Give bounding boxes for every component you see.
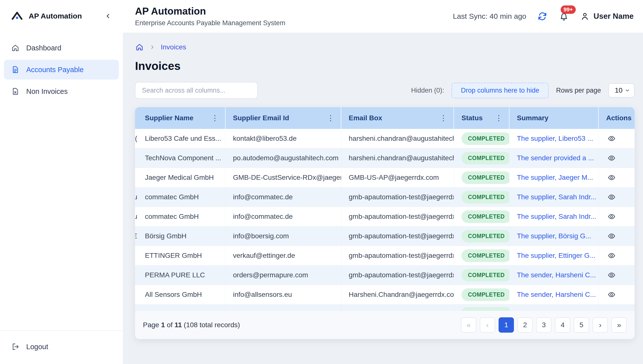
last-page-button[interactable]: » <box>611 317 627 333</box>
view-invoice-eye-icon[interactable] <box>606 154 617 162</box>
view-invoice-eye-icon[interactable] <box>606 193 617 201</box>
view-invoice-eye-icon[interactable] <box>606 232 617 240</box>
cell-actions <box>599 285 634 304</box>
cell-status: COMPLETED <box>454 207 509 226</box>
notifications-bell-icon[interactable]: 99+ <box>558 11 569 22</box>
table-body: (Libero53 Cafe und Ess...kontakt@libero5… <box>135 129 634 311</box>
hidden-columns-label: Hidden (0): <box>411 87 444 94</box>
sidebar-item-dashboard[interactable]: Dashboard <box>4 38 119 58</box>
cell-status: COMPLETED <box>454 148 509 168</box>
clipped-cell <box>135 266 137 285</box>
chevron-down-icon <box>625 88 630 93</box>
notification-count-badge: 99+ <box>561 6 576 14</box>
column-menu-icon[interactable]: ⋮ <box>326 113 335 123</box>
pagination: «‹12345›» <box>461 317 627 333</box>
sidebar-item-label: Non Invoices <box>26 88 68 96</box>
summary-link[interactable]: The supplier, Sarah Indr... <box>517 212 596 220</box>
view-invoice-eye-icon[interactable] <box>606 252 617 260</box>
clipped-cell: u <box>135 188 137 207</box>
breadcrumb-invoices-link[interactable]: Invoices <box>161 43 186 51</box>
summary-link[interactable]: The supplier, Libero53 ... <box>517 134 593 142</box>
view-invoice-eye-icon[interactable] <box>606 271 617 279</box>
user-menu[interactable]: User Name <box>580 12 633 21</box>
summary-link[interactable]: The supplier, Jaeger M... <box>517 174 593 182</box>
summary-link[interactable]: The sender, Harsheni C... <box>517 291 596 298</box>
cell-actions <box>599 304 634 311</box>
cell-status: COMPLETED <box>454 285 509 304</box>
summary-link[interactable]: The supplier, Ettinger G... <box>517 252 595 260</box>
sidebar-item-accounts-payable[interactable]: Accounts Payable <box>4 60 119 80</box>
sidebar-collapse-icon[interactable] <box>103 11 113 21</box>
search-input[interactable] <box>135 82 258 99</box>
cell-status: COMPLETED <box>454 188 509 207</box>
cell-supplier-email-id: info@commatec.de <box>226 188 341 207</box>
cell-status: COMPLETED <box>454 246 509 265</box>
cell-summary: The supplier, Sarah Indr... <box>509 207 599 226</box>
column-header-supplier-name[interactable]: Supplier Name ⋮ <box>137 107 226 129</box>
page-button-3[interactable]: 3 <box>536 317 551 333</box>
app-logo-icon <box>10 9 24 23</box>
column-header-status[interactable]: Status ⋮ <box>454 107 509 129</box>
table-row: Jaeger Medical GmbHGMB-DE-CustService-RD… <box>135 168 634 188</box>
cell-status: COMPLETED <box>454 266 509 285</box>
sidebar-item-non-invoices[interactable]: Non Invoices <box>4 82 119 101</box>
cell-summary: The sender, Harsheni C... <box>509 285 599 304</box>
controls-right: Hidden (0): Drop columns here to hide Ro… <box>411 83 634 98</box>
page-button-1[interactable]: 1 <box>499 317 514 333</box>
cell-supplier-name: Jaeger Medical GmbH <box>137 168 226 187</box>
page-app-title: AP Automation <box>135 6 285 17</box>
cell-email-box: harsheni.chandran@augustahitech.com <box>341 129 454 148</box>
table-row: ucommatec GmbHinfo@commatec.degmb-apauto… <box>135 207 634 226</box>
summary-link[interactable]: The sender, Harsheni C... <box>517 271 596 279</box>
invoices-table-card: Supplier Name ⋮ Supplier Email Id ⋮ Emai… <box>135 107 634 339</box>
page-button-2[interactable]: 2 <box>517 317 533 333</box>
table-row: PERMA PURE LLCorders@permapure.comgmb-ap… <box>135 266 634 285</box>
page-button-5[interactable]: 5 <box>574 317 589 333</box>
cell-actions <box>599 207 634 226</box>
next-page-button[interactable]: › <box>592 317 608 333</box>
topbar-actions: Last Sync: 40 min ago 99+ <box>453 11 633 22</box>
clipped-cell: Ξ <box>135 226 137 246</box>
cell-supplier-email-id: info@boersig.com <box>226 226 341 246</box>
page-title: Invoices <box>135 59 634 72</box>
logout-button[interactable]: Logout <box>4 337 119 356</box>
clipped-text: u <box>135 212 137 220</box>
summary-link[interactable]: The supplier, Börsig G... <box>517 232 591 240</box>
cell-email-box: gmb-apautomation-test@jaegerrdx.com <box>341 207 454 226</box>
app-root: AP Automation Dashboard <box>0 0 643 364</box>
view-invoice-eye-icon[interactable] <box>606 212 617 220</box>
rows-per-page-select[interactable]: 10 <box>608 83 634 98</box>
cell-supplier-email-id: GMB-DE-CustService-RDx@jaegerrdx <box>226 168 341 187</box>
view-invoice-eye-icon[interactable] <box>606 174 617 182</box>
column-header-supplier-email-id[interactable]: Supplier Email Id ⋮ <box>226 107 341 129</box>
table-header-row: Supplier Name ⋮ Supplier Email Id ⋮ Emai… <box>135 107 634 129</box>
view-invoice-eye-icon[interactable] <box>606 134 617 142</box>
view-invoice-eye-icon[interactable] <box>606 291 617 298</box>
cell-supplier-email-id: info@commatec.de <box>226 207 341 226</box>
breadcrumb: Invoices <box>135 42 634 52</box>
column-header-email-box[interactable]: Email Box ⋮ <box>341 107 454 129</box>
cell-actions <box>599 188 634 207</box>
refresh-icon[interactable] <box>537 11 548 22</box>
prev-page-button: ‹ <box>480 317 495 333</box>
page-button-4[interactable]: 4 <box>555 317 570 333</box>
last-sync-label: Last Sync: 40 min ago <box>453 12 526 20</box>
cell-email-box: gmb-apautomation-test@jaegerrdx.com <box>341 226 454 246</box>
breadcrumb-home-icon[interactable] <box>135 43 144 52</box>
column-menu-icon[interactable]: ⋮ <box>439 113 448 123</box>
status-badge: COMPLETED <box>462 132 509 145</box>
cell-actions <box>599 226 634 246</box>
cell-summary: The supplier, Sarah Indr... <box>509 188 599 207</box>
summary-link[interactable]: The sender provided a ... <box>517 154 594 162</box>
column-menu-icon[interactable]: ⋮ <box>494 113 504 123</box>
table-row-partial: COMPLETED <box>135 304 634 311</box>
column-menu-icon[interactable]: ⋮ <box>210 113 220 123</box>
current-page-number: 1 <box>161 321 165 329</box>
summary-link[interactable]: The supplier, Sarah Indr... <box>517 193 596 201</box>
clipped-cell <box>135 285 137 304</box>
cell-supplier-name: commatec GmbH <box>137 207 226 226</box>
cell-supplier-name: commatec GmbH <box>137 188 226 207</box>
cell-supplier-name: Libero53 Cafe und Ess... <box>137 129 226 148</box>
column-header-summary[interactable]: Summary <box>509 107 599 129</box>
drop-columns-zone[interactable]: Drop columns here to hide <box>452 83 549 98</box>
